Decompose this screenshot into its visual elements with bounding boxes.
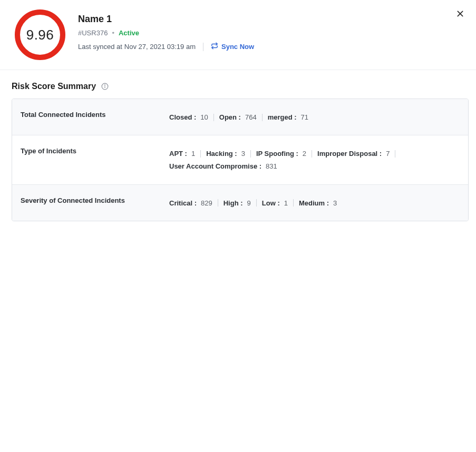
stat-label: Low : (262, 197, 280, 209)
close-icon (456, 11, 464, 19)
risk-score-value: 9.96 (26, 27, 54, 43)
stat-group: APT :1 (169, 148, 195, 160)
stat-value: 7 (386, 148, 390, 160)
stat-label: High : (224, 197, 243, 209)
svg-point-4 (105, 85, 105, 85)
stat-group: Critical :829 (169, 197, 212, 209)
stat-value: 71 (301, 111, 308, 123)
stat-value: 1 (191, 148, 195, 160)
stat-label: Closed : (169, 111, 196, 123)
row-stats: Critical :829High :9Low :1Medium :3 (169, 196, 460, 209)
last-synced-date: Nov 27, 2021 03:19 am (124, 43, 196, 51)
sync-now-button[interactable]: Sync Now (211, 42, 254, 51)
stat-label: merged : (268, 111, 297, 123)
stat-group: Closed :10 (169, 111, 208, 123)
stat-label: Critical : (169, 197, 197, 209)
stat-separator (395, 150, 395, 158)
user-id: #USR376 (78, 29, 108, 37)
stat-group: Open :764 (219, 111, 257, 123)
stat-label: Hacking : (206, 148, 237, 160)
stat-separator (218, 199, 218, 207)
stat-group: Low :1 (262, 197, 288, 209)
stat-value: 1 (284, 197, 288, 209)
stat-value: 3 (241, 148, 245, 160)
stat-value: 764 (245, 111, 257, 123)
stat-group: Hacking :3 (206, 148, 245, 160)
stat-value: 831 (266, 160, 277, 172)
stat-value: 2 (303, 148, 306, 160)
row-label: Severity of Connected Incidents (21, 196, 169, 204)
section-title: Risk Score Summary (12, 82, 96, 91)
sync-now-label: Sync Now (221, 43, 254, 51)
stat-group: User Account Compromise :831 (169, 160, 277, 172)
risk-score-circle: 9.96 (15, 9, 65, 60)
stat-separator (213, 114, 214, 121)
dot-separator: • (112, 29, 114, 37)
header: 9.96 Name 1 #USR376 • Active Last synced… (0, 0, 476, 70)
stat-value: 3 (333, 197, 337, 209)
stat-separator (262, 114, 263, 121)
stat-label: User Account Compromise : (169, 160, 261, 172)
close-button[interactable] (455, 8, 465, 21)
stat-value: 10 (200, 111, 208, 123)
row-type-incidents: Type of Incidents APT :1Hacking :3IP Spo… (12, 135, 468, 184)
meta-row: #USR376 • Active (78, 29, 455, 37)
info-icon[interactable] (101, 83, 109, 90)
stat-label: Open : (219, 111, 241, 123)
row-total-incidents: Total Connected Incidents Closed :10Open… (12, 99, 468, 135)
stat-group: Improper Disposal :7 (317, 148, 390, 160)
stat-value: 829 (201, 197, 212, 209)
row-stats: APT :1Hacking :3IP Spoofing :2Improper D… (169, 147, 460, 173)
stat-separator (256, 199, 257, 207)
row-label: Type of Incidents (21, 147, 169, 155)
stat-separator (293, 199, 294, 207)
stat-group: merged :71 (268, 111, 308, 123)
stat-label: APT : (169, 148, 187, 160)
row-stats: Closed :10Open :764merged :71 (169, 111, 460, 123)
stat-label: Medium : (299, 197, 329, 209)
sync-icon (211, 42, 221, 51)
stat-label: IP Spoofing : (256, 148, 298, 160)
status-badge: Active (119, 29, 139, 37)
stat-group: Medium :3 (299, 197, 337, 209)
content: Risk Score Summary Total Connected Incid… (0, 70, 476, 221)
row-label: Total Connected Incidents (21, 111, 169, 119)
row-severity-incidents: Severity of Connected Incidents Critical… (12, 184, 468, 221)
last-synced-label: Last synced at (78, 43, 122, 51)
summary-box: Total Connected Incidents Closed :10Open… (12, 99, 469, 221)
stat-group: High :9 (224, 197, 251, 209)
stat-group: IP Spoofing :2 (256, 148, 306, 160)
entity-name: Name 1 (78, 14, 455, 25)
section-title-row: Risk Score Summary (12, 82, 469, 91)
stat-value: 9 (247, 197, 251, 209)
stat-separator (312, 150, 312, 158)
stat-label: Improper Disposal : (317, 148, 382, 160)
header-info: Name 1 #USR376 • Active Last synced at N… (78, 9, 455, 51)
stat-separator (200, 150, 201, 158)
stat-separator (250, 150, 251, 158)
vertical-separator (203, 43, 203, 51)
sync-row: Last synced at Nov 27, 2021 03:19 am Syn… (78, 42, 455, 51)
